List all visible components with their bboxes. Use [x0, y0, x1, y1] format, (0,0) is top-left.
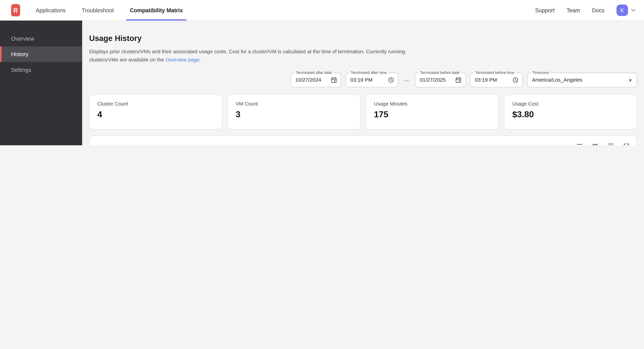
nav-link-team[interactable]: Team — [566, 7, 580, 13]
timezone-value[interactable]: America/Los_Angeles — [528, 73, 637, 87]
tab-compatibility-matrix[interactable]: Compatibility Matrix — [128, 0, 184, 20]
date-range-separator: — — [402, 77, 411, 83]
dropdown-arrow-icon[interactable]: ▼ — [629, 78, 632, 82]
timezone-label: Timezone — [531, 71, 551, 75]
description-line2: clusters/VMs are available on the — [89, 57, 166, 63]
stats-row: Cluster Count 4 VM Count 3 Usage Minutes… — [89, 94, 637, 130]
terminated-after-date-label: Terminated after date — [294, 71, 334, 75]
stat-card-usage-minutes: Usage Minutes 175 — [366, 94, 499, 130]
stat-label: Usage Cost — [512, 101, 629, 107]
usage-table-card: ActionsName↑↓By↑↓=Cost↑↓=Distribution↑↓=… — [89, 135, 637, 145]
account-menu[interactable]: K — [616, 4, 637, 16]
top-navigation: R Applications Troubleshoot Compatibilit… — [0, 0, 644, 20]
terminated-after-date-field[interactable]: Terminated after date 10/27/2024 — [290, 73, 341, 88]
tab-troubleshoot[interactable]: Troubleshoot — [80, 0, 115, 20]
terminated-before-time-label: Terminated before time — [474, 71, 516, 75]
columns-icon[interactable] — [591, 142, 599, 145]
stat-label: Cluster Count — [98, 101, 214, 107]
sidebar-item-overview[interactable]: Overview — [0, 31, 82, 46]
stat-value: 4 — [98, 110, 214, 119]
terminated-after-time-label: Terminated after time — [349, 71, 388, 75]
stat-label: Usage Minutes — [374, 101, 490, 107]
replicated-logo[interactable]: R — [11, 4, 20, 16]
stat-card-cluster-count: Cluster Count 4 — [89, 94, 222, 130]
stat-card-vm-count: VM Count 3 — [228, 94, 360, 130]
density-icon[interactable] — [607, 142, 614, 145]
clock-icon[interactable] — [512, 77, 519, 83]
terminated-before-date-label: Terminated before date — [418, 71, 461, 75]
sidebar: Overview History Settings — [0, 20, 82, 145]
filter-icon[interactable] — [576, 142, 583, 145]
timezone-select[interactable]: Timezone America/Los_Angeles ▼ — [527, 73, 637, 88]
calendar-icon[interactable] — [330, 77, 337, 83]
tab-applications[interactable]: Applications — [34, 0, 67, 20]
fullscreen-icon[interactable] — [623, 142, 630, 145]
sidebar-item-settings[interactable]: Settings — [0, 62, 82, 77]
page-title: Usage History — [89, 34, 637, 43]
nav-link-docs[interactable]: Docs — [592, 7, 604, 13]
chevron-down-icon[interactable] — [630, 7, 636, 13]
avatar[interactable]: K — [616, 4, 628, 16]
description-suffix: . — [200, 57, 201, 63]
nav-link-support[interactable]: Support — [535, 7, 554, 13]
calendar-icon[interactable] — [455, 77, 462, 83]
filter-bar: Terminated after date 10/27/2024 Termina… — [89, 73, 637, 88]
terminated-before-time-field[interactable]: Terminated before time 03:19 PM — [470, 73, 523, 88]
stat-label: VM Count — [236, 101, 352, 107]
clock-icon[interactable] — [388, 77, 394, 83]
stat-value: 3 — [236, 110, 352, 119]
app-root: R Applications Troubleshoot Compatibilit… — [0, 0, 644, 145]
stat-value: 175 — [374, 110, 490, 119]
table-toolbar — [96, 141, 630, 145]
nav-tabs: Applications Troubleshoot Compatibility … — [34, 0, 198, 20]
overview-page-link[interactable]: Overview page — [166, 57, 200, 63]
page-description: Displays prior clusters/VMs and their as… — [89, 48, 637, 64]
stat-card-usage-cost: Usage Cost $3.80 — [504, 94, 637, 130]
terminated-after-time-field[interactable]: Terminated after time 03:19 PM — [346, 73, 398, 88]
terminated-before-date-field[interactable]: Terminated before date 01/27/2025 — [415, 73, 466, 88]
description-line1: Displays prior clusters/VMs and their as… — [89, 49, 405, 55]
nav-right-links: Support Team Docs K — [535, 4, 637, 16]
main-content: Usage History Displays prior clusters/VM… — [82, 20, 644, 145]
sidebar-item-history[interactable]: History — [0, 46, 82, 62]
stat-value: $3.80 — [512, 110, 629, 119]
